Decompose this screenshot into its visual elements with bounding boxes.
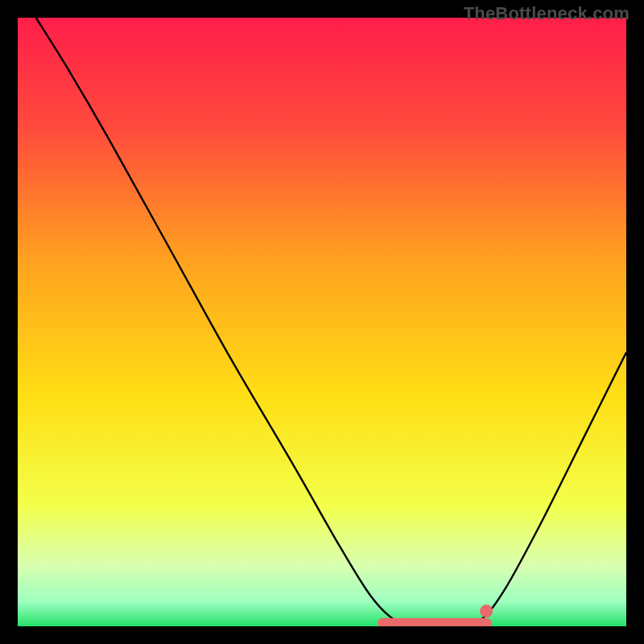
current-marker	[480, 605, 493, 617]
chart-svg	[18, 18, 626, 626]
bottleneck-chart	[18, 18, 626, 626]
watermark-text: TheBottleneck.com	[464, 3, 630, 24]
